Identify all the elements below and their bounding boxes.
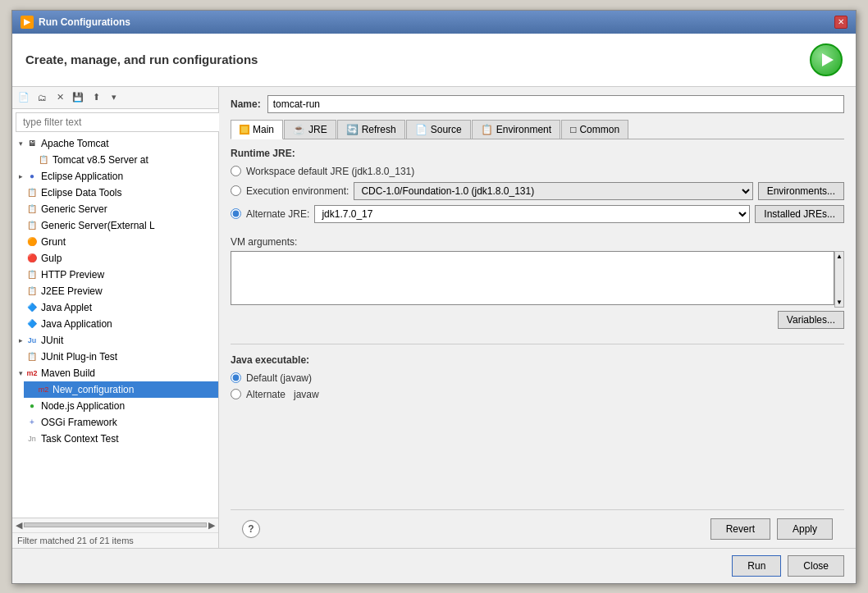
generic-server-ext-icon: 📋 (25, 219, 39, 232)
tree-item-label: Java Applet (41, 302, 92, 313)
workspace-default-row: Workspace default JRE (jdk1.8.0_131) (231, 166, 844, 177)
expander-icon: ▸ (16, 335, 25, 345)
expander-icon (16, 303, 25, 312)
run-button[interactable] (810, 43, 843, 76)
tree-item-label: OSGi Framework (41, 417, 117, 428)
tree-item-new-configuration[interactable]: m2 New_configuration (24, 381, 218, 398)
vm-args-label: VM arguments: (231, 236, 844, 248)
run-dialog-button[interactable]: Run (732, 555, 781, 577)
tree-item-label: Eclipse Data Tools (41, 187, 122, 198)
tree-item-grunt[interactable]: 🟠 Grunt (12, 234, 218, 250)
tree-item-label: Gulp (41, 253, 62, 264)
save-button[interactable]: 💾 (70, 89, 86, 106)
tree-item-http-preview[interactable]: 📋 HTTP Preview (12, 267, 218, 283)
tab-environment[interactable]: 📋 Environment (472, 120, 560, 139)
tree-item-generic-server-ext[interactable]: 📋 Generic Server(External L (12, 217, 218, 234)
dropdown-button[interactable]: ▾ (106, 89, 122, 106)
scroll-right-icon[interactable]: ▶ (208, 520, 215, 531)
new-config-button[interactable]: 📄 (16, 89, 32, 106)
tree-item-gulp[interactable]: 🔴 Gulp (12, 250, 218, 267)
tree-item-junit[interactable]: ▸ Ju JUnit (12, 332, 218, 349)
tree-item-nodejs[interactable]: ● Node.js Application (12, 398, 218, 414)
grunt-icon: 🟠 (25, 235, 39, 249)
alternate-javaw-radio[interactable] (231, 389, 241, 399)
alternate-jre-select[interactable]: jdk1.7.0_17 (314, 205, 750, 223)
execution-env-select[interactable]: CDC-1.0/Foundation-1.0 (jdk1.8.0_131) (354, 182, 752, 200)
alternate-javaw-label: Alternate (246, 389, 286, 400)
apply-button[interactable]: Apply (777, 518, 833, 540)
maven-icon: m2 (25, 367, 39, 380)
dialog-body: 📄 🗂 ✕ 💾 ⬆ ▾ ▾ 🖥 Apache Tomcat (12, 87, 856, 548)
installed-jres-button[interactable]: Installed JREs... (755, 205, 844, 223)
tree-item-eclipse-application[interactable]: ▸ ● Eclipse Application (12, 168, 218, 185)
tree-item-eclipse-data-tools[interactable]: 📋 Eclipse Data Tools (12, 185, 218, 201)
scroll-down-icon[interactable]: ▼ (835, 299, 843, 306)
execution-env-row: Execution environment: CDC-1.0/Foundatio… (231, 182, 844, 200)
name-row: Name: (231, 95, 844, 113)
execution-env-radio[interactable] (231, 185, 241, 196)
revert-button[interactable]: Revert (710, 518, 770, 540)
vm-args-textarea[interactable] (231, 251, 834, 305)
refresh-tab-icon: 🔄 (346, 124, 359, 135)
workspace-default-radio[interactable] (231, 166, 241, 176)
expander-icon (27, 385, 37, 395)
tree-item-tomcat-server[interactable]: 📋 Tomcat v8.5 Server at (24, 152, 218, 168)
tree-item-label: Node.js Application (41, 400, 125, 412)
filter-input[interactable] (16, 112, 222, 132)
source-tab-icon: 📄 (415, 124, 427, 135)
tree-item-apache-tomcat[interactable]: ▾ 🖥 Apache Tomcat (12, 135, 218, 152)
tab-main[interactable]: Main (231, 120, 283, 139)
environments-button[interactable]: Environments... (758, 182, 844, 200)
variables-button[interactable]: Variables... (778, 311, 844, 329)
close-icon[interactable]: ✕ (834, 16, 847, 29)
name-input[interactable] (267, 95, 844, 113)
vm-args-scrollbar[interactable]: ▲ ▼ (834, 251, 844, 308)
close-dialog-button[interactable]: Close (788, 555, 844, 577)
tree-item-generic-server[interactable]: 📋 Generic Server (12, 201, 218, 217)
osgi-icon: + (25, 416, 39, 429)
tree-item-task-context[interactable]: Jn Task Context Test (12, 431, 218, 447)
tree-item-osgi[interactable]: + OSGi Framework (12, 414, 218, 431)
tree-item-j2ee-preview[interactable]: 📋 J2EE Preview (12, 283, 218, 299)
tab-source[interactable]: 📄 Source (406, 120, 471, 139)
horizontal-scrollbar[interactable]: ◀ ▶ (12, 518, 218, 532)
configuration-tabs: Main ☕ JRE 🔄 Refresh 📄 Source 📋 Environm… (231, 120, 844, 139)
tree-item-label: Generic Server(External L (41, 220, 155, 231)
help-button[interactable]: ? (242, 520, 260, 538)
tree-item-java-applet[interactable]: 🔷 Java Applet (12, 299, 218, 316)
expander-icon (16, 352, 25, 362)
tab-label: Source (431, 124, 462, 135)
scroll-left-icon[interactable]: ◀ (16, 520, 22, 531)
alternate-jre-label: Alternate JRE: (246, 208, 309, 220)
collapse-button[interactable]: ⬆ (88, 89, 104, 106)
expander-icon (16, 237, 25, 247)
right-panel: Name: Main ☕ JRE 🔄 Refresh 📄 (219, 87, 856, 548)
default-javaw-row: Default (javaw) (231, 372, 844, 384)
tree-item-junit-plugin[interactable]: 📋 JUnit Plug-in Test (12, 349, 218, 365)
expander-icon (16, 319, 25, 329)
expander-icon (16, 434, 25, 444)
expander-icon (16, 188, 25, 198)
tab-common[interactable]: □ Common (561, 120, 628, 139)
vm-args-wrapper: ▲ ▼ (231, 251, 844, 308)
main-tab-icon (240, 125, 249, 135)
tab-jre[interactable]: ☕ JRE (284, 120, 336, 139)
workspace-default-label: Workspace default JRE (jdk1.8.0_131) (246, 166, 414, 177)
tree-item-maven-build[interactable]: ▾ m2 Maven Build (12, 365, 218, 381)
tree-item-java-application[interactable]: 🔷 Java Application (12, 316, 218, 332)
environment-tab-icon: 📋 (481, 124, 493, 135)
nodejs-icon: ● (25, 399, 39, 413)
default-javaw-label: Default (javaw) (246, 372, 312, 384)
default-javaw-radio[interactable] (231, 372, 241, 383)
scroll-up-icon[interactable]: ▲ (835, 253, 843, 260)
run-close-bar: Run Close (12, 548, 856, 583)
duplicate-button[interactable]: 🗂 (34, 89, 50, 106)
tree-item-label: Generic Server (41, 203, 107, 215)
delete-button[interactable]: ✕ (52, 89, 68, 106)
tree-item-label: Grunt (41, 236, 66, 248)
tab-label: Refresh (362, 124, 396, 135)
common-tab-icon: □ (570, 124, 576, 135)
tab-refresh[interactable]: 🔄 Refresh (337, 120, 405, 139)
alternate-jre-radio[interactable] (231, 208, 241, 219)
eclipse-data-icon: 📋 (25, 186, 39, 199)
